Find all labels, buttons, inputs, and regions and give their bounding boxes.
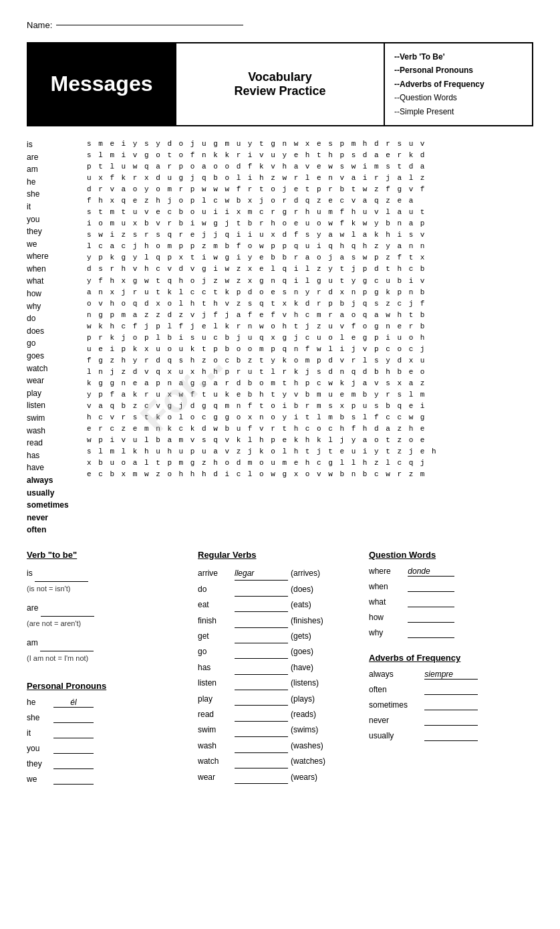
verb-answer[interactable] <box>235 660 288 674</box>
grid-row: n g p m a z z d z v j f j a f e f v h c … <box>87 310 533 321</box>
verb-answer[interactable] <box>235 754 288 768</box>
grid-row: p r k j o p l b i s u c b j u q x g j c … <box>87 332 533 344</box>
verb-base: arrive <box>198 566 235 580</box>
verb-are-label: are <box>27 603 38 613</box>
pronoun-he-ans[interactable]: él <box>53 698 94 708</box>
regular-verb-row: wash (washes) <box>198 738 362 752</box>
verb-am-label: am <box>27 638 38 647</box>
adv-always-ans[interactable]: siempre <box>424 669 478 680</box>
grid-row: y p k g y l q p x t i w g i y e b b r a … <box>87 252 533 264</box>
qw-when-ans[interactable] <box>408 582 454 592</box>
pronoun-he-label: he <box>27 698 53 707</box>
verb-conjugation: (swims) <box>291 723 318 736</box>
verb-answer[interactable]: llegar <box>235 566 288 581</box>
qw-what: what <box>369 597 533 607</box>
verb-answer[interactable] <box>235 707 288 721</box>
adv-sometimes: sometimes <box>369 700 533 710</box>
qw-why-ans[interactable] <box>408 628 454 638</box>
word-list-item: are <box>27 151 80 164</box>
adv-always-label: always <box>369 669 422 679</box>
topic-3: --Adverbs of Frequency <box>394 78 523 91</box>
pronoun-they-label: they <box>27 759 53 768</box>
verb-answer[interactable] <box>235 738 288 752</box>
header-title: Messages <box>28 43 175 125</box>
verb-to-be-title: Verb "to be" <box>27 550 191 560</box>
pronoun-it-label: it <box>27 728 53 738</box>
verb-answer[interactable] <box>235 613 288 627</box>
pronoun-it-ans[interactable] <box>53 728 94 738</box>
word-list-item: sometimes <box>27 499 80 512</box>
verb-answer[interactable] <box>235 676 288 690</box>
pronoun-she-ans[interactable] <box>53 713 94 723</box>
header-topics: --Verb 'To Be' --Personal Pronouns --Adv… <box>385 43 532 125</box>
adv-usually: usually <box>369 731 533 741</box>
adv-usually-ans[interactable] <box>424 731 478 741</box>
verb-base: get <box>198 629 235 643</box>
verb-conjugation: (gets) <box>291 629 311 643</box>
regular-verb-row: wear (wears) <box>198 770 362 784</box>
grid-area: s m e i y s y d o j u g m u y t g n w x … <box>87 138 533 536</box>
grid-row: k g g n e a p n a g g a r d b o m t h p … <box>87 378 533 389</box>
subtitle-line1: Vocabulary <box>248 70 312 84</box>
qw-where: where donde <box>369 566 533 577</box>
pronoun-we: we <box>27 775 191 785</box>
verb-answer[interactable] <box>235 770 288 784</box>
pronoun-you-ans[interactable] <box>53 744 94 754</box>
verb-base: has <box>198 661 235 674</box>
topic-5: --Simple Present <box>394 105 523 118</box>
verb-are-line[interactable] <box>41 601 94 617</box>
regular-verb-row: has (have) <box>198 660 362 674</box>
grid-row: d s r h v h c v d v g i w z x e l q i l … <box>87 264 533 275</box>
pronoun-we-ans[interactable] <box>53 775 94 785</box>
word-list-item: we <box>27 238 80 251</box>
topic-4: --Question Words <box>394 91 523 104</box>
name-line: Name: <box>27 20 533 30</box>
grid-row: i o m u x b v r b i w g j t b r h o e u … <box>87 218 533 229</box>
word-list-item: is <box>27 138 80 151</box>
grid-row: s l m l k h u h u p u a v z j k o l h t … <box>87 446 533 457</box>
grid-row: e r c z e m n k c k d w b u f v r t h c … <box>87 423 533 435</box>
verb-base: wash <box>198 739 235 752</box>
verb-conjugation: (reads) <box>291 708 316 721</box>
verb-answer[interactable] <box>235 692 288 706</box>
verb-am-line[interactable] <box>40 636 94 651</box>
adv-usually-label: usually <box>369 731 422 740</box>
adv-often-ans[interactable] <box>424 685 478 695</box>
grid-row: s m e i y s y d o j u g m u y t g n w x … <box>87 138 533 150</box>
word-list-item: why <box>27 300 80 313</box>
qw-how-label: how <box>369 613 406 622</box>
bottom-sections: Verb "to be" is (is not = isn't) are (ar… <box>27 550 533 790</box>
verb-answer[interactable] <box>235 582 288 596</box>
qw-what-ans[interactable] <box>408 597 454 607</box>
grid-row: u e i p k x u o u k t p b o o m p q n f … <box>87 344 533 355</box>
word-list-item: often <box>27 524 80 536</box>
verb-conjugation: (arrives) <box>291 566 320 580</box>
adv-never-ans[interactable] <box>424 716 478 726</box>
qw-where-label: where <box>369 566 406 576</box>
right-col: Question Words where donde when what how… <box>369 550 533 790</box>
grid-row: d r v a o y o m r p w w w f r t o j e t … <box>87 184 533 195</box>
verb-answer[interactable] <box>235 723 288 737</box>
grid-row: o v h o q d x o l h t h v z s q t x k d … <box>87 298 533 310</box>
pronoun-she-label: she <box>27 713 53 722</box>
qw-how-ans[interactable] <box>408 613 454 623</box>
word-search-section: isareamhesheityoutheywewherewhenwhathoww… <box>27 138 533 536</box>
adv-never-label: never <box>369 716 422 725</box>
grid-row: y p f a k r u x w f t u k e b h t y v b … <box>87 389 533 401</box>
verb-answer[interactable] <box>235 629 288 643</box>
pronoun-they-ans[interactable] <box>53 759 94 769</box>
word-list-item: goes <box>27 350 80 363</box>
qw-what-label: what <box>369 597 406 607</box>
adv-sometimes-ans[interactable] <box>424 700 478 710</box>
verb-conjugation: (finishes) <box>291 614 323 627</box>
verb-answer[interactable] <box>235 598 288 612</box>
word-list-item: do <box>27 312 80 325</box>
regular-verb-row: go (goes) <box>198 645 362 659</box>
grid-row: x b u o a l t p m g z h o d m o u m e h … <box>87 457 533 469</box>
verb-are-row: are (are not = aren't) <box>27 601 191 631</box>
verb-answer[interactable] <box>235 645 288 659</box>
grid-row: l c a c j h o m p p z m b f o w p p q u … <box>87 241 533 252</box>
verb-is-line[interactable] <box>35 566 88 582</box>
qw-where-ans[interactable]: donde <box>408 566 454 577</box>
word-list-item: when <box>27 263 80 276</box>
